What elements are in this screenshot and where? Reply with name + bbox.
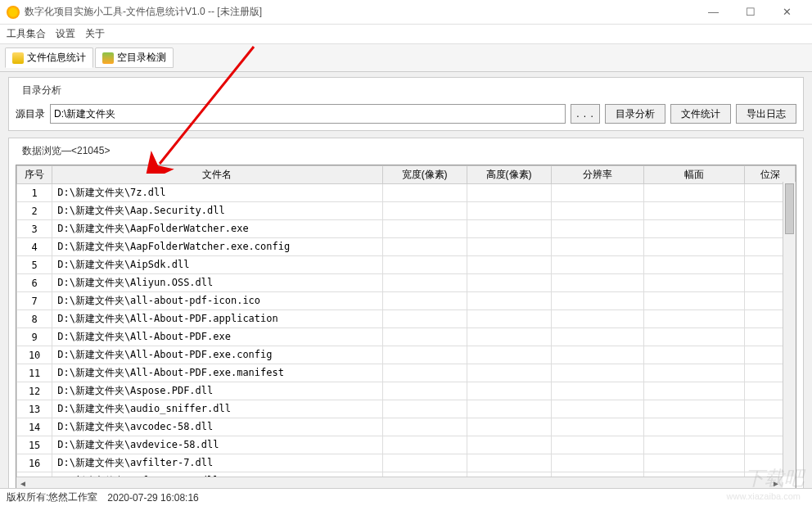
cell-height xyxy=(467,220,551,238)
table-row[interactable]: 15D:\新建文件夹\avdevice-58.dll xyxy=(17,436,796,454)
cell-resolution xyxy=(551,400,643,418)
table-row[interactable]: 16D:\新建文件夹\avfilter-7.dll xyxy=(17,454,796,472)
tab-bar: 文件信息统计 空目录检测 xyxy=(0,44,812,72)
cell-index: 11 xyxy=(17,364,52,382)
cell-filename: D:\新建文件夹\AapFolderWatcher.exe xyxy=(52,220,382,238)
cell-width xyxy=(382,238,467,256)
col-resolution[interactable]: 分辨率 xyxy=(551,166,643,184)
table-row[interactable]: 3D:\新建文件夹\AapFolderWatcher.exe xyxy=(17,220,796,238)
cell-width xyxy=(382,418,467,436)
cell-aspect xyxy=(643,256,745,274)
app-icon xyxy=(7,6,20,19)
tab-fileinfo[interactable]: 文件信息统计 xyxy=(5,47,93,68)
cell-filename: D:\新建文件夹\7z.dll xyxy=(52,184,382,202)
source-dir-input[interactable] xyxy=(50,104,566,124)
menu-tools[interactable]: 工具集合 xyxy=(7,27,46,41)
cell-index: 6 xyxy=(17,274,52,292)
cell-index: 5 xyxy=(17,256,52,274)
cell-width xyxy=(382,400,467,418)
cell-index: 1 xyxy=(17,184,52,202)
cell-aspect xyxy=(643,184,745,202)
cell-height xyxy=(467,202,551,220)
minimize-button[interactable]: — xyxy=(695,1,732,24)
cell-height xyxy=(467,436,551,454)
cell-height xyxy=(467,400,551,418)
col-height[interactable]: 高度(像素) xyxy=(467,166,551,184)
cell-index: 15 xyxy=(17,436,52,454)
cell-resolution xyxy=(551,220,643,238)
cell-height xyxy=(467,382,551,400)
cell-filename: D:\新建文件夹\All-About-PDF.application xyxy=(52,310,382,328)
cell-aspect xyxy=(643,382,745,400)
maximize-button[interactable]: ☐ xyxy=(732,1,769,24)
cell-width xyxy=(382,454,467,472)
close-button[interactable]: ✕ xyxy=(769,1,805,24)
cell-width xyxy=(382,436,467,454)
cell-height xyxy=(467,292,551,310)
table-row[interactable]: 14D:\新建文件夹\avcodec-58.dll xyxy=(17,418,796,436)
cell-resolution xyxy=(551,418,643,436)
table-row[interactable]: 2D:\新建文件夹\Aap.Security.dll xyxy=(17,202,796,220)
cell-width xyxy=(382,220,467,238)
table-row[interactable]: 13D:\新建文件夹\audio_sniffer.dll xyxy=(17,400,796,418)
cell-width xyxy=(382,364,467,382)
table-row[interactable]: 6D:\新建文件夹\Aliyun.OSS.dll xyxy=(17,274,796,292)
cell-aspect xyxy=(643,220,745,238)
col-index[interactable]: 序号 xyxy=(17,166,52,184)
window-controls: — ☐ ✕ xyxy=(695,1,805,24)
cell-aspect xyxy=(643,364,745,382)
browse-button[interactable]: . . . xyxy=(571,104,600,124)
tab-emptydir[interactable]: 空目录检测 xyxy=(95,47,174,68)
table-row[interactable]: 9D:\新建文件夹\All-About-PDF.exe xyxy=(17,328,796,346)
table-row[interactable]: 11D:\新建文件夹\All-About-PDF.exe.manifest xyxy=(17,364,796,382)
cell-index: 2 xyxy=(17,202,52,220)
cell-filename: D:\新建文件夹\audio_sniffer.dll xyxy=(52,400,382,418)
table-row[interactable]: 8D:\新建文件夹\All-About-PDF.application xyxy=(17,310,796,328)
cell-height xyxy=(467,238,551,256)
table-row[interactable]: 1D:\新建文件夹\7z.dll xyxy=(17,184,796,202)
cell-height xyxy=(467,364,551,382)
cell-filename: D:\新建文件夹\AipSdk.dll xyxy=(52,256,382,274)
vertical-scrollbar[interactable] xyxy=(783,182,796,477)
col-filename[interactable]: 文件名 xyxy=(52,166,382,184)
col-width[interactable]: 宽度(像素) xyxy=(382,166,467,184)
cell-width xyxy=(382,310,467,328)
cell-resolution xyxy=(551,436,643,454)
cell-resolution xyxy=(551,382,643,400)
cell-height xyxy=(467,454,551,472)
emptydir-icon xyxy=(102,52,114,64)
analyze-button[interactable]: 目录分析 xyxy=(605,104,665,124)
cell-filename: D:\新建文件夹\All-About-PDF.exe.config xyxy=(52,346,382,364)
table-row[interactable]: 10D:\新建文件夹\All-About-PDF.exe.config xyxy=(17,346,796,364)
cell-width xyxy=(382,274,467,292)
cell-aspect xyxy=(643,238,745,256)
cell-height xyxy=(467,346,551,364)
table-row[interactable]: 12D:\新建文件夹\Aspose.PDF.dll xyxy=(17,382,796,400)
menu-about[interactable]: 关于 xyxy=(85,27,105,41)
stats-button[interactable]: 文件统计 xyxy=(670,104,731,124)
table-row[interactable]: 5D:\新建文件夹\AipSdk.dll xyxy=(17,256,796,274)
cell-resolution xyxy=(551,454,643,472)
cell-width xyxy=(382,256,467,274)
cell-resolution xyxy=(551,238,643,256)
cell-filename: D:\新建文件夹\All-About-PDF.exe.manifest xyxy=(52,364,382,382)
cell-aspect xyxy=(643,202,745,220)
cell-index: 3 xyxy=(17,220,52,238)
cell-resolution xyxy=(551,346,643,364)
cell-resolution xyxy=(551,202,643,220)
cell-index: 8 xyxy=(17,310,52,328)
statusbar: 版权所有:悠然工作室 2020-07-29 16:08:16 xyxy=(0,488,812,506)
tab-fileinfo-label: 文件信息统计 xyxy=(27,51,86,65)
col-aspect[interactable]: 幅面 xyxy=(643,166,745,184)
table-row[interactable]: 7D:\新建文件夹\all-about-pdf-icon.ico xyxy=(17,292,796,310)
export-button[interactable]: 导出日志 xyxy=(736,104,796,124)
cell-aspect xyxy=(643,274,745,292)
menu-settings[interactable]: 设置 xyxy=(56,27,75,41)
cell-filename: D:\新建文件夹\Aspose.PDF.dll xyxy=(52,382,382,400)
directory-group-title: 目录分析 xyxy=(19,84,65,97)
cell-width xyxy=(382,292,467,310)
cell-filename: D:\新建文件夹\all-about-pdf-icon.ico xyxy=(52,292,382,310)
cell-filename: D:\新建文件夹\avdevice-58.dll xyxy=(52,436,382,454)
table-row[interactable]: 4D:\新建文件夹\AapFolderWatcher.exe.config xyxy=(17,238,796,256)
cell-filename: D:\新建文件夹\avcodec-58.dll xyxy=(52,418,382,436)
